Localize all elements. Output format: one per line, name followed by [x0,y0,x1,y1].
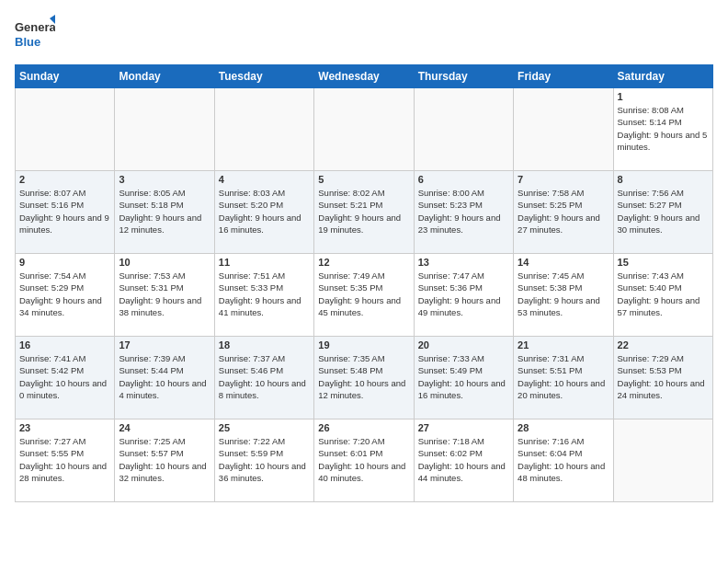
svg-text:Blue: Blue [15,35,40,49]
day-info: Sunrise: 7:27 AM Sunset: 5:55 PM Dayligh… [19,435,110,484]
calendar-day-cell: 26Sunrise: 7:20 AM Sunset: 6:01 PM Dayli… [314,419,414,502]
day-number: 22 [618,339,709,350]
day-of-week-header: Tuesday [214,65,313,88]
day-number: 10 [119,257,210,268]
day-number: 21 [518,339,609,350]
day-info: Sunrise: 7:41 AM Sunset: 5:42 PM Dayligh… [19,352,110,401]
calendar-day-cell: 8Sunrise: 7:56 AM Sunset: 5:27 PM Daylig… [613,171,712,254]
day-number: 5 [318,174,409,185]
calendar-day-cell: 9Sunrise: 7:54 AM Sunset: 5:29 PM Daylig… [16,254,115,337]
day-number: 24 [119,422,210,433]
day-number: 1 [618,91,709,102]
calendar-week-row: 2Sunrise: 8:07 AM Sunset: 5:16 PM Daylig… [16,171,713,254]
day-info: Sunrise: 7:25 AM Sunset: 5:57 PM Dayligh… [119,435,210,484]
day-number: 19 [318,339,409,350]
day-of-week-header: Saturday [613,65,712,88]
calendar-day-cell [514,88,613,171]
day-info: Sunrise: 7:49 AM Sunset: 5:35 PM Dayligh… [318,270,409,318]
day-number: 14 [518,257,609,268]
calendar-day-cell: 27Sunrise: 7:18 AM Sunset: 6:02 PM Dayli… [414,419,513,502]
day-number: 26 [318,422,409,433]
day-number: 28 [518,422,609,433]
calendar-day-cell: 20Sunrise: 7:33 AM Sunset: 5:49 PM Dayli… [414,337,513,419]
calendar-day-cell: 6Sunrise: 8:00 AM Sunset: 5:23 PM Daylig… [414,171,513,254]
day-info: Sunrise: 7:29 AM Sunset: 5:53 PM Dayligh… [618,352,709,401]
day-info: Sunrise: 7:58 AM Sunset: 5:25 PM Dayligh… [518,187,609,236]
day-number: 15 [618,257,709,268]
calendar-day-cell: 4Sunrise: 8:03 AM Sunset: 5:20 PM Daylig… [214,171,313,254]
day-info: Sunrise: 8:08 AM Sunset: 5:14 PM Dayligh… [618,104,709,153]
day-number: 18 [219,339,310,350]
calendar-day-cell: 25Sunrise: 7:22 AM Sunset: 5:59 PM Dayli… [214,419,313,502]
day-info: Sunrise: 7:33 AM Sunset: 5:49 PM Dayligh… [418,352,509,401]
day-info: Sunrise: 8:03 AM Sunset: 5:20 PM Dayligh… [219,187,310,236]
day-of-week-header: Friday [514,65,613,88]
logo: General Blue [15,15,55,55]
calendar-day-cell [115,88,214,171]
day-number: 11 [219,257,310,268]
calendar-day-cell: 1Sunrise: 8:08 AM Sunset: 5:14 PM Daylig… [613,88,712,171]
day-number: 16 [19,339,110,350]
calendar-day-cell [414,88,513,171]
day-info: Sunrise: 7:43 AM Sunset: 5:40 PM Dayligh… [618,270,709,318]
day-number: 4 [219,174,310,185]
day-number: 23 [19,422,110,433]
calendar-day-cell: 5Sunrise: 8:02 AM Sunset: 5:21 PM Daylig… [314,171,414,254]
calendar-day-cell: 13Sunrise: 7:47 AM Sunset: 5:36 PM Dayli… [414,254,513,337]
calendar-week-row: 9Sunrise: 7:54 AM Sunset: 5:29 PM Daylig… [16,254,713,337]
calendar-day-cell: 23Sunrise: 7:27 AM Sunset: 5:55 PM Dayli… [16,419,115,502]
calendar-day-cell: 3Sunrise: 8:05 AM Sunset: 5:18 PM Daylig… [115,171,214,254]
day-info: Sunrise: 8:07 AM Sunset: 5:16 PM Dayligh… [19,187,110,236]
calendar-day-cell: 28Sunrise: 7:16 AM Sunset: 6:04 PM Dayli… [514,419,613,502]
calendar-table: SundayMondayTuesdayWednesdayThursdayFrid… [15,64,713,502]
day-info: Sunrise: 7:35 AM Sunset: 5:48 PM Dayligh… [318,352,409,401]
day-info: Sunrise: 8:00 AM Sunset: 5:23 PM Dayligh… [418,187,509,236]
day-info: Sunrise: 7:37 AM Sunset: 5:46 PM Dayligh… [219,352,310,401]
day-of-week-header: Monday [115,65,214,88]
calendar-day-cell [16,88,115,171]
day-info: Sunrise: 7:39 AM Sunset: 5:44 PM Dayligh… [119,352,210,401]
day-info: Sunrise: 7:45 AM Sunset: 5:38 PM Dayligh… [518,270,609,318]
calendar-day-cell: 11Sunrise: 7:51 AM Sunset: 5:33 PM Dayli… [214,254,313,337]
day-info: Sunrise: 7:53 AM Sunset: 5:31 PM Dayligh… [119,270,210,318]
day-info: Sunrise: 7:18 AM Sunset: 6:02 PM Dayligh… [418,435,509,484]
calendar-day-cell [214,88,313,171]
day-number: 27 [418,422,509,433]
day-info: Sunrise: 7:47 AM Sunset: 5:36 PM Dayligh… [418,270,509,318]
calendar-day-cell: 19Sunrise: 7:35 AM Sunset: 5:48 PM Dayli… [314,337,414,419]
day-info: Sunrise: 7:31 AM Sunset: 5:51 PM Dayligh… [518,352,609,401]
calendar-day-cell [314,88,414,171]
day-info: Sunrise: 7:56 AM Sunset: 5:27 PM Dayligh… [618,187,709,236]
day-number: 25 [219,422,310,433]
calendar-day-cell: 16Sunrise: 7:41 AM Sunset: 5:42 PM Dayli… [16,337,115,419]
day-number: 7 [518,174,609,185]
calendar-day-cell [613,419,712,502]
day-number: 3 [119,174,210,185]
day-number: 20 [418,339,509,350]
day-of-week-header: Wednesday [314,65,414,88]
calendar-day-cell: 15Sunrise: 7:43 AM Sunset: 5:40 PM Dayli… [613,254,712,337]
calendar-day-cell: 12Sunrise: 7:49 AM Sunset: 5:35 PM Dayli… [314,254,414,337]
calendar-day-cell: 21Sunrise: 7:31 AM Sunset: 5:51 PM Dayli… [514,337,613,419]
calendar-day-cell: 17Sunrise: 7:39 AM Sunset: 5:44 PM Dayli… [115,337,214,419]
day-of-week-header: Thursday [414,65,513,88]
day-info: Sunrise: 8:05 AM Sunset: 5:18 PM Dayligh… [119,187,210,236]
svg-text:General: General [15,20,55,34]
calendar-day-cell: 10Sunrise: 7:53 AM Sunset: 5:31 PM Dayli… [115,254,214,337]
day-number: 2 [19,174,110,185]
calendar-day-cell: 7Sunrise: 7:58 AM Sunset: 5:25 PM Daylig… [514,171,613,254]
calendar-body: 1Sunrise: 8:08 AM Sunset: 5:14 PM Daylig… [16,88,713,502]
calendar-week-row: 16Sunrise: 7:41 AM Sunset: 5:42 PM Dayli… [16,337,713,419]
day-number: 8 [618,174,709,185]
day-of-week-header: Sunday [16,65,115,88]
day-info: Sunrise: 7:20 AM Sunset: 6:01 PM Dayligh… [318,435,409,484]
logo-svg: General Blue [15,15,55,55]
day-info: Sunrise: 8:02 AM Sunset: 5:21 PM Dayligh… [318,187,409,236]
days-of-week-row: SundayMondayTuesdayWednesdayThursdayFrid… [16,65,713,88]
calendar-week-row: 1Sunrise: 8:08 AM Sunset: 5:14 PM Daylig… [16,88,713,171]
day-info: Sunrise: 7:51 AM Sunset: 5:33 PM Dayligh… [219,270,310,318]
day-info: Sunrise: 7:16 AM Sunset: 6:04 PM Dayligh… [518,435,609,484]
day-number: 13 [418,257,509,268]
day-number: 9 [19,257,110,268]
calendar-day-cell: 18Sunrise: 7:37 AM Sunset: 5:46 PM Dayli… [214,337,313,419]
